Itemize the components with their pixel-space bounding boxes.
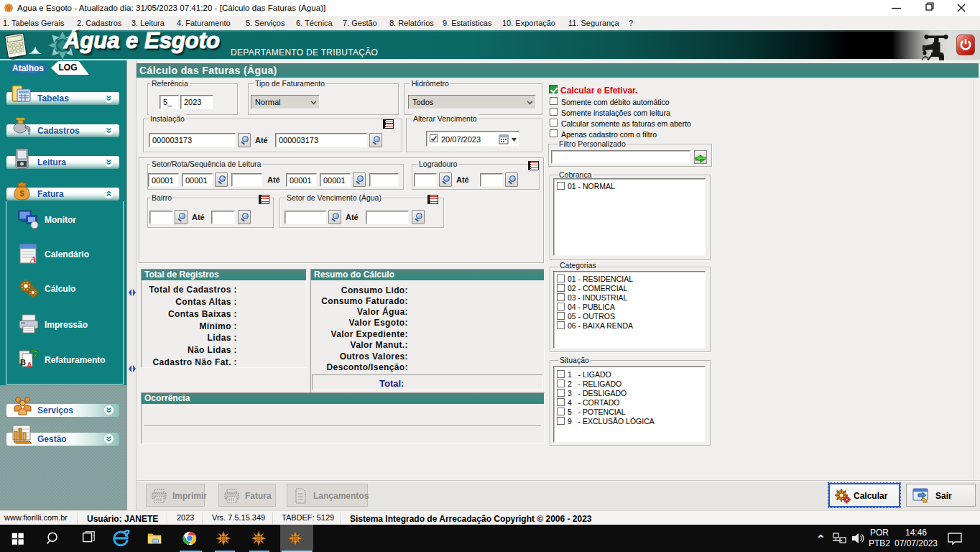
svg-text:B: B [20,358,26,367]
svg-text:A: A [29,254,37,264]
svg-text:A: A [27,361,32,369]
svg-text:$: $ [19,189,24,198]
